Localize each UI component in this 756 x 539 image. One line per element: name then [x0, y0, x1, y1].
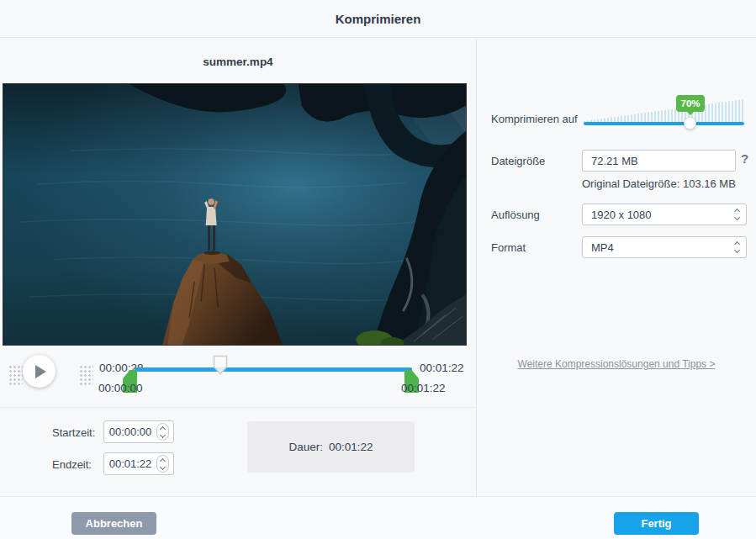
tips-link-wrap: Weitere Kompressionslösungen und Tipps > [477, 356, 756, 371]
cancel-button[interactable]: Abbrechen [71, 512, 156, 535]
play-button[interactable] [23, 355, 56, 388]
chevron-up-icon [160, 425, 166, 431]
original-filesize-text: Original Dateigröße: 103.16 MB [582, 177, 736, 190]
preview-panel: summer.mp4 [0, 39, 477, 496]
resolution-label: Auflösung [491, 209, 540, 221]
dialog-header: Komprimieren [0, 0, 756, 38]
trim-start-time: 00:00:00 [98, 382, 143, 394]
duration-value: 00:01:22 [329, 441, 373, 453]
done-button[interactable]: Fertig [614, 512, 699, 535]
end-time-input[interactable]: 00:01:22 [103, 452, 174, 475]
chevron-down-icon [160, 431, 166, 437]
trim-end-time: 00:01:22 [401, 382, 446, 394]
divider [0, 407, 477, 408]
chevron-up-icon [160, 457, 166, 463]
start-time-value: 00:00:00 [104, 425, 156, 438]
chevron-down-icon [160, 463, 166, 469]
format-select[interactable]: MP4 [582, 236, 747, 258]
dialog-footer: Abbrechen Fertig [0, 496, 756, 539]
total-time: 00:01:22 [420, 362, 464, 374]
compress-slider-handle[interactable] [684, 117, 696, 129]
start-time-label: Startzeit: [52, 426, 95, 439]
dialog-title: Komprimieren [336, 12, 421, 26]
tips-link[interactable]: Weitere Kompressionslösungen und Tipps > [518, 358, 716, 370]
resolution-value: 1920 x 1080 [591, 209, 735, 221]
settings-panel: Komprimieren auf 70% Dateigröße 72.21 MB… [477, 39, 756, 496]
format-label: Format [491, 241, 526, 254]
play-icon [35, 365, 46, 378]
trim-track[interactable] [135, 367, 412, 372]
video-filename: summer.mp4 [0, 55, 476, 68]
dialog-body: summer.mp4 [0, 39, 756, 496]
filesize-label: Dateigröße [491, 155, 545, 167]
video-preview [3, 83, 467, 346]
start-time-stepper[interactable] [156, 423, 169, 441]
resolution-select[interactable]: 1920 x 1080 [582, 203, 747, 225]
chevron-down-icon [734, 247, 740, 253]
help-icon[interactable]: ? [741, 151, 748, 166]
grip-dots-icon [8, 365, 23, 387]
grip-dots-icon [79, 365, 93, 387]
duration-label: Dauer: [288, 441, 323, 453]
duration-box: Dauer: 00:01:22 [247, 421, 415, 473]
compress-percent-badge: 70% [676, 95, 705, 112]
format-value: MP4 [591, 241, 735, 254]
select-chevrons-icon [735, 241, 739, 253]
compress-slider-track[interactable] [584, 122, 744, 125]
end-time-label: Endzeit: [52, 458, 92, 471]
start-time-input[interactable]: 00:00:00 [103, 420, 174, 443]
end-time-stepper[interactable] [156, 455, 169, 473]
playhead-marker[interactable] [213, 355, 228, 379]
ocean-scene-image [3, 84, 466, 345]
chevron-down-icon [734, 214, 740, 220]
end-time-value: 00:01:22 [104, 457, 156, 470]
compress-label: Komprimieren auf [491, 113, 578, 125]
select-chevrons-icon [735, 209, 739, 220]
compression-ramp-graphic [584, 99, 744, 123]
filesize-input[interactable]: 72.21 MB [582, 150, 736, 172]
